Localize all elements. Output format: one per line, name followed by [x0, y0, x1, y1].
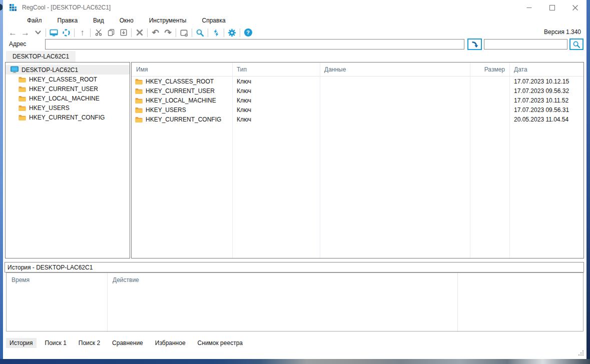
tree-item-hkey-current-config[interactable]: HKEY_CURRENT_CONFIG — [6, 112, 130, 122]
cut-button[interactable] — [92, 27, 105, 38]
folder-icon — [135, 98, 143, 104]
tree-item-hkey-classes-root[interactable]: HKEY_CLASSES_ROOT — [6, 74, 130, 84]
version-label: Версия 1.340 — [544, 28, 581, 36]
toolbar-separator — [147, 28, 148, 37]
column-header-data[interactable]: Данные — [320, 66, 470, 73]
tree-item-hkey-current-user[interactable]: HKEY_CURRENT_USER — [6, 84, 130, 94]
minimize-icon — [526, 5, 532, 10]
menu-help[interactable]: Справка — [201, 16, 227, 26]
history-title-bar: История - DESKTOP-LAC62C1 — [5, 262, 584, 272]
address-go-button[interactable] — [467, 38, 482, 50]
computer-icon — [50, 28, 58, 37]
close-button[interactable] — [563, 0, 586, 15]
refresh-button[interactable] — [60, 27, 73, 38]
tab-registry-snapshot[interactable]: Снимок реестра — [194, 338, 246, 348]
cell-type: Ключ — [232, 106, 320, 114]
tree-item-label: HKEY_USERS — [29, 104, 70, 112]
list-row-hkey-current-user[interactable]: HKEY_CURRENT_USER Ключ 17.07.2023 09.56.… — [132, 86, 583, 96]
back-button[interactable]: ← — [7, 27, 19, 38]
menu-view[interactable]: Вид — [92, 16, 105, 26]
quick-search-button[interactable] — [569, 38, 583, 50]
registry-tab-row: DESKTOP-LAC62C1 — [3, 51, 586, 62]
new-key-icon — [180, 28, 188, 37]
toolbar-separator — [192, 28, 192, 37]
redo-button[interactable]: ↷ — [162, 27, 174, 38]
regcool-app-icon — [9, 4, 17, 13]
history-column-action[interactable]: Действие — [107, 273, 457, 331]
list-row-hkey-classes-root[interactable]: HKEY_CLASSES_ROOT Ключ 17.07.2023 10.12.… — [132, 76, 583, 86]
folder-icon — [135, 107, 143, 113]
undo-icon: ↶ — [152, 28, 159, 37]
tree-item-computer[interactable]: DESKTOP-LAC62C1 — [6, 65, 130, 74]
help-button[interactable]: ? — [242, 27, 254, 38]
list-row-hkey-local-machine[interactable]: HKEY_LOCAL_MACHINE Ключ 17.07.2023 10.11… — [132, 96, 583, 105]
undo-button[interactable]: ↶ — [149, 27, 162, 38]
tab-compare[interactable]: Сравнение — [109, 338, 147, 348]
cell-name: HKEY_USERS — [146, 106, 186, 114]
folder-icon — [135, 78, 143, 84]
window-controls — [517, 0, 586, 15]
list-row-hkey-users[interactable]: HKEY_USERS Ключ 17.07.2023 09.56.31 — [132, 105, 583, 114]
cell-name: HKEY_CURRENT_USER — [146, 88, 215, 94]
desktop-background-right — [586, 0, 590, 359]
toolbar-separator — [74, 28, 75, 37]
toolbar-separator — [46, 28, 46, 37]
compare-button[interactable] — [210, 27, 222, 38]
regcool-window: RegCool - [DESKTOP-LAC62C1] Файл — [3, 0, 586, 359]
tab-favorites[interactable]: Избранное — [152, 338, 189, 348]
cell-date: 17.07.2023 09.56.32 — [509, 88, 583, 94]
column-header-type[interactable]: Тип — [232, 66, 320, 73]
import-button[interactable] — [117, 27, 130, 38]
address-label: Адрес — [9, 40, 26, 48]
cell-type: Ключ — [232, 97, 320, 104]
cell-date: 17.07.2023 10.12.15 — [509, 78, 583, 85]
quick-search-input[interactable] — [484, 39, 567, 50]
search-button[interactable] — [194, 27, 206, 38]
tree-item-hkey-users[interactable]: HKEY_USERS — [6, 103, 130, 112]
minimize-button[interactable] — [517, 0, 540, 15]
bottom-tab-bar: История Поиск 1 Поиск 2 Сравнение Избран… — [6, 338, 251, 348]
column-header-name[interactable]: Имя — [132, 66, 232, 73]
history-column-time[interactable]: Время — [7, 273, 107, 331]
cell-name: HKEY_LOCAL_MACHINE — [146, 97, 216, 104]
tab-history[interactable]: История — [6, 338, 37, 348]
history-dropdown-button[interactable] — [32, 27, 44, 38]
tree-item-label: DESKTOP-LAC62C1 — [22, 66, 78, 74]
tree-item-hkey-local-machine[interactable]: HKEY_LOCAL_MACHINE — [6, 94, 130, 103]
delete-button[interactable] — [133, 27, 146, 38]
scissors-icon — [95, 28, 103, 36]
maximize-button[interactable] — [540, 0, 563, 15]
copy-icon — [107, 28, 115, 36]
maximize-icon — [549, 5, 555, 10]
list-row-hkey-current-config[interactable]: HKEY_CURRENT_CONFIG Ключ 20.05.2023 11.0… — [132, 114, 583, 124]
computer-icon — [11, 66, 19, 74]
history-table: Время Действие — [6, 272, 583, 332]
toolbar-separator — [240, 28, 240, 37]
column-header-size[interactable]: Размер — [470, 66, 509, 73]
address-input[interactable] — [45, 39, 464, 50]
tree-item-label: HKEY_CLASSES_ROOT — [29, 76, 97, 83]
folder-icon — [19, 86, 26, 92]
menu-tools[interactable]: Инструменты — [148, 16, 188, 26]
cell-type: Ключ — [232, 78, 320, 85]
cell-name: HKEY_CLASSES_ROOT — [146, 78, 214, 85]
cell-date: 20.05.2023 11.04.54 — [509, 116, 583, 123]
tab-search-2[interactable]: Поиск 2 — [75, 338, 104, 348]
toolbar: ← → ↑ — [3, 26, 586, 39]
menu-file[interactable]: Файл — [26, 16, 43, 26]
new-key-button[interactable] — [178, 27, 190, 38]
menu-window[interactable]: Окно — [119, 16, 135, 26]
menu-edit[interactable]: Правка — [57, 16, 79, 26]
tab-search-1[interactable]: Поиск 1 — [42, 338, 70, 348]
settings-button[interactable] — [226, 27, 238, 38]
connect-computer-button[interactable] — [48, 27, 60, 38]
registry-tab-desktop-lac62c1[interactable]: DESKTOP-LAC62C1 — [6, 51, 76, 62]
column-header-date[interactable]: Дата — [509, 66, 583, 73]
search-icon — [572, 40, 580, 48]
copy-button[interactable] — [105, 27, 117, 38]
forward-button[interactable]: → — [19, 27, 32, 38]
up-button[interactable]: ↑ — [76, 27, 89, 38]
resize-grip[interactable] — [577, 350, 584, 358]
cell-date: 17.07.2023 10.11.52 — [509, 97, 583, 104]
menu-bar: Файл Правка Вид Окно Инструменты Справка — [3, 15, 586, 26]
